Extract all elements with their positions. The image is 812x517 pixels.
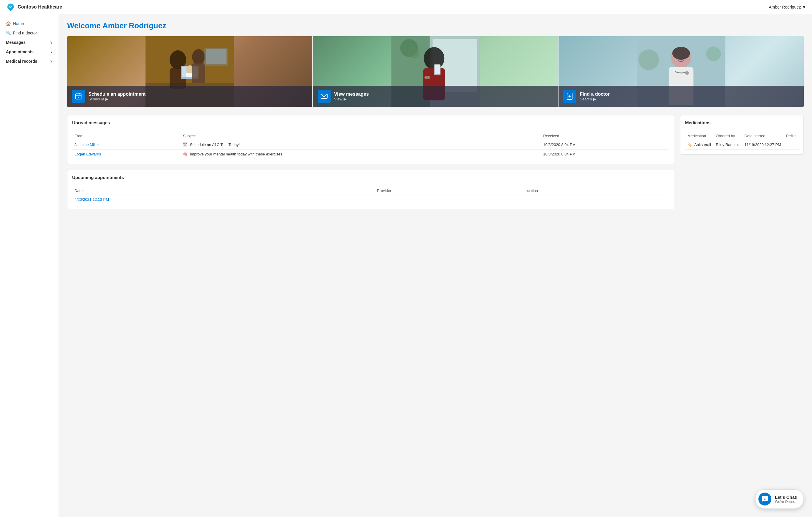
sidebar: 🏠 Home 🔍 Find a doctor Messages ∨ Appoin…	[0, 14, 59, 517]
hero-card-find-doctor[interactable]: Find a doctor Search ▶	[558, 36, 804, 107]
col-refills: Refills	[783, 132, 799, 140]
col-provider: Provider	[375, 186, 521, 195]
unread-messages-table: From Subject Received Jasmine Miller 📅 S…	[72, 132, 669, 159]
svg-point-26	[407, 47, 419, 58]
user-chevron-icon: ▼	[802, 5, 806, 9]
left-column: Unread messages From Subject Received Ja…	[67, 115, 674, 215]
sidebar-nav-messages[interactable]: Messages ∨	[0, 38, 59, 47]
user-name: Amber Rodriguez	[769, 5, 801, 9]
unread-messages-card: Unread messages From Subject Received Ja…	[67, 115, 674, 164]
hero-card-schedule[interactable]: 1 Schedule an appointment Schedule ▶	[67, 36, 312, 107]
dashboard-grid: Unread messages From Subject Received Ja…	[67, 115, 804, 215]
calendar-subject-icon: 📅	[183, 143, 187, 147]
brand-logo	[6, 2, 15, 12]
svg-point-31	[672, 47, 690, 60]
chat-button[interactable]: Let's Chat! We're Online	[755, 489, 804, 509]
appointments-chevron-icon: ∨	[50, 50, 53, 54]
chat-label: Let's Chat! We're Online	[775, 495, 798, 504]
appointment-row-1: 4/20/2021 12:13 PM	[72, 195, 669, 204]
appointment-date-1[interactable]: 4/20/2021 12:13 PM	[75, 197, 109, 202]
chat-main-label: Let's Chat!	[775, 495, 798, 499]
hero-card-messages-overlay: View messages View ▶	[313, 86, 558, 107]
sidebar-nav-medical-records-label: Medical records	[6, 59, 37, 64]
hero-find-doctor-action: Search ▶	[580, 97, 609, 101]
svg-point-8	[192, 49, 205, 64]
svg-point-33	[686, 71, 689, 75]
hero-schedule-action: Schedule ▶	[88, 97, 146, 101]
hero-messages-title: View messages	[334, 92, 369, 97]
sidebar-item-find-doctor-label: Find a doctor	[13, 31, 37, 35]
page-title: Welcome Amber Rodriguez	[67, 21, 804, 30]
svg-text:1: 1	[78, 96, 79, 99]
right-column: Medications Medication Ordered by Date s…	[680, 115, 804, 215]
hero-cards: 1 Schedule an appointment Schedule ▶	[67, 36, 804, 107]
hero-schedule-title: Schedule an appointment	[88, 92, 146, 97]
app-header: Contoso Healthcare Amber Rodriguez ▼	[0, 0, 812, 14]
medications-title: Medications	[685, 120, 799, 128]
col-date-started: Date started	[742, 132, 784, 140]
col-received: Received	[541, 132, 669, 140]
hero-messages-action: View ▶	[334, 97, 369, 101]
medication-refills-1: 1	[783, 140, 799, 149]
hero-find-doctor-text: Find a doctor Search ▶	[580, 92, 609, 101]
page-layout: 🏠 Home 🔍 Find a doctor Messages ∨ Appoin…	[0, 14, 812, 517]
col-date[interactable]: Date ↑	[72, 186, 375, 195]
message-row-2: Logan Edwards 🧠 Improve your mental heal…	[72, 149, 669, 159]
col-medication: Medication	[685, 132, 714, 140]
col-subject: Subject	[180, 132, 541, 140]
sidebar-item-find-doctor[interactable]: 🔍 Find a doctor	[0, 28, 59, 38]
main-content: Welcome Amber Rodriguez	[59, 14, 812, 517]
col-location: Location	[521, 186, 669, 195]
user-menu[interactable]: Amber Rodriguez ▼	[769, 5, 806, 9]
home-icon: 🏠	[6, 21, 10, 26]
brand: Contoso Healthcare	[6, 2, 62, 12]
message-row-1: Jasmine Miller 📅 Schedule an A1C Test To…	[72, 140, 669, 149]
sender-jasmine[interactable]: Jasmine Miller	[75, 143, 99, 147]
sidebar-nav-appointments-label: Appointments	[6, 50, 34, 54]
chat-icon-circle	[758, 493, 772, 506]
svg-rect-23	[435, 65, 440, 74]
upcoming-appointments-card: Upcoming appointments Date ↑ Provider Lo…	[67, 170, 674, 209]
chat-sub-label: We're Online	[775, 499, 798, 504]
hero-card-messages[interactable]: View messages View ▶	[313, 36, 558, 107]
brain-subject-icon: 🧠	[183, 152, 187, 156]
sidebar-item-home-label: Home	[13, 21, 24, 26]
appointments-table: Date ↑ Provider Location 4/20/2021 12:13…	[72, 186, 669, 204]
svg-point-24	[424, 76, 430, 79]
svg-rect-11	[206, 49, 226, 64]
upcoming-appointments-title: Upcoming appointments	[72, 175, 669, 183]
received-2: 10/8/2020 8:04 PM	[541, 149, 669, 159]
col-from: From	[72, 132, 180, 140]
unread-messages-title: Unread messages	[72, 120, 669, 128]
svg-point-35	[706, 47, 721, 61]
col-ordered-by: Ordered by	[714, 132, 742, 140]
schedule-icon-box: 1	[72, 90, 85, 103]
medication-row-1: 🏷️ Anksterail Riley Ramirez 11/19/2020 1…	[685, 140, 799, 149]
sidebar-nav-medical-records[interactable]: Medical records ∨	[0, 57, 59, 66]
sidebar-nav-messages-label: Messages	[6, 40, 26, 45]
hero-messages-text: View messages View ▶	[334, 92, 369, 101]
medications-card: Medications Medication Ordered by Date s…	[680, 115, 804, 154]
find-doctor-icon-box	[563, 90, 576, 103]
appointment-location-1	[521, 195, 669, 204]
medication-name-1: Anksterail	[694, 143, 711, 147]
date-sort-icon: ↑	[84, 189, 86, 193]
brand-name: Contoso Healthcare	[18, 4, 62, 10]
medications-table: Medication Ordered by Date started Refil…	[685, 132, 799, 149]
subject-1: Schedule an A1C Test Today!	[190, 143, 240, 147]
sidebar-nav-appointments[interactable]: Appointments ∨	[0, 47, 59, 57]
hero-schedule-text: Schedule an appointment Schedule ▶	[88, 92, 146, 101]
hero-find-doctor-title: Find a doctor	[580, 92, 609, 97]
messages-icon-box	[318, 90, 330, 103]
messages-chevron-icon: ∨	[50, 40, 53, 45]
svg-point-34	[639, 50, 659, 70]
sidebar-item-home[interactable]: 🏠 Home	[0, 19, 59, 28]
medication-ordered-by-1: Riley Ramirez	[714, 140, 742, 149]
subject-2: Improve your mental health today with th…	[190, 152, 282, 156]
appointment-provider-1	[375, 195, 521, 204]
find-doctor-icon: 🔍	[6, 31, 10, 35]
medication-date-started-1: 11/19/2020 12:27 PM	[742, 140, 784, 149]
medical-records-chevron-icon: ∨	[50, 59, 53, 63]
sender-logan[interactable]: Logan Edwards	[75, 152, 101, 156]
hero-card-find-doctor-overlay: Find a doctor Search ▶	[558, 86, 804, 107]
